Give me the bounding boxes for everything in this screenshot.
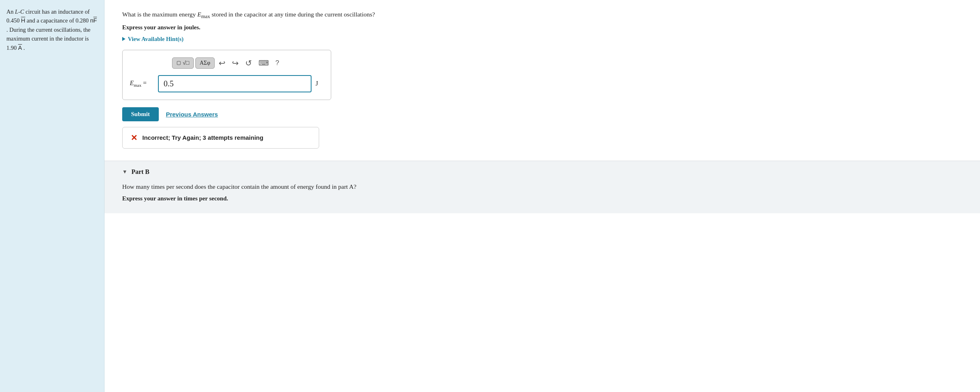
help-icon: ?	[275, 59, 279, 67]
undo-button[interactable]: ↩	[216, 57, 228, 69]
keyboard-button[interactable]: ⌨	[256, 57, 271, 69]
submit-row: Submit Previous Answers	[122, 107, 964, 121]
formula-sqrt-icon: √□	[183, 60, 189, 66]
answer-box: ▢ √□ ΑΣφ ↩ ↪ ↺ ⌨ ?	[122, 50, 331, 100]
main-content: What is the maximum energy Emax stored i…	[105, 0, 980, 392]
math-toolbar: ▢ √□ ΑΣφ ↩ ↪ ↺ ⌨ ?	[130, 57, 324, 69]
formula-button[interactable]: ▢ √□	[172, 57, 194, 69]
answer-input-row: Emax = J	[130, 75, 324, 92]
greek-label: ΑΣφ	[200, 60, 210, 66]
part-b-section: ▼ Part B How many times per second does …	[105, 161, 980, 213]
part-b-question-text: How many times per second does the capac…	[122, 182, 964, 192]
question-text: What is the maximum energy Emax stored i…	[122, 10, 964, 21]
e-max-label: Emax =	[130, 80, 154, 88]
incorrect-icon: ✕	[131, 133, 137, 143]
part-b-title: Part B	[131, 168, 150, 176]
part-b-header[interactable]: ▼ Part B	[122, 168, 964, 176]
reset-button[interactable]: ↺	[243, 57, 254, 69]
redo-button[interactable]: ↪	[230, 57, 241, 69]
part-b-express-label: Express your answer in times per second.	[122, 195, 964, 202]
view-hints-link[interactable]: View Available Hint(s)	[122, 36, 964, 43]
feedback-text: Incorrect; Try Again; 3 attempts remaini…	[142, 134, 263, 141]
keyboard-icon: ⌨	[258, 59, 269, 67]
formula-square-icon: ▢	[176, 60, 181, 66]
previous-answers-link[interactable]: Previous Answers	[166, 111, 218, 118]
problem-sidebar: An L-C circuit has an inductance of 0.45…	[0, 0, 105, 392]
help-button[interactable]: ?	[273, 57, 281, 69]
lc-label: L-C	[15, 8, 24, 15]
submit-button[interactable]: Submit	[122, 107, 159, 121]
reset-icon: ↺	[245, 58, 252, 68]
feedback-box: ✕ Incorrect; Try Again; 3 attempts remai…	[122, 127, 319, 149]
problem-statement: An L-C circuit has an inductance of 0.45…	[6, 7, 98, 52]
unit-label: J	[316, 80, 324, 87]
hint-triangle-icon	[122, 37, 125, 41]
express-in-joules-label: Express your answer in joules.	[122, 24, 964, 31]
hint-link-text: View Available Hint(s)	[128, 36, 184, 43]
part-b-collapse-icon: ▼	[122, 169, 127, 175]
greek-button[interactable]: ΑΣφ	[195, 57, 215, 69]
redo-icon: ↪	[232, 58, 239, 68]
undo-icon: ↩	[219, 58, 226, 68]
answer-input[interactable]	[158, 75, 312, 92]
